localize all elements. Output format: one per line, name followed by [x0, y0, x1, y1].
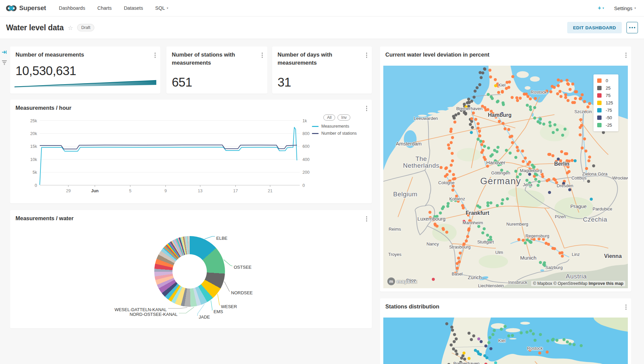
station-dot[interactable] — [486, 204, 489, 207]
station-dot[interactable] — [450, 141, 453, 144]
station-dot[interactable] — [509, 152, 512, 155]
legend-entry[interactable]: Number of stations — [312, 131, 368, 136]
station-dot[interactable] — [483, 68, 486, 71]
station-dot[interactable] — [511, 96, 514, 99]
card-menu-kebab-icon[interactable] — [153, 51, 157, 59]
station-dot[interactable] — [450, 343, 453, 346]
new-item-button[interactable]: + ▾ — [598, 5, 604, 11]
legend-item[interactable]: -50 — [597, 115, 613, 120]
favorite-star-icon[interactable]: ☆ — [68, 24, 73, 31]
station-dot[interactable] — [489, 347, 492, 350]
station-dot[interactable] — [547, 243, 550, 246]
station-dot[interactable] — [486, 201, 489, 204]
station-dot[interactable] — [585, 167, 588, 170]
mapbox-logo[interactable]: m mapbox — [387, 277, 417, 285]
station-dot[interactable] — [450, 164, 453, 167]
station-dot[interactable] — [579, 126, 582, 129]
station-dot[interactable] — [483, 227, 486, 230]
improve-map-link[interactable]: Improve this map — [589, 281, 624, 286]
station-dot[interactable] — [449, 130, 452, 133]
station-dot[interactable] — [478, 134, 481, 137]
station-dot[interactable] — [549, 124, 552, 127]
station-dot[interactable] — [494, 361, 497, 364]
station-dot[interactable] — [560, 251, 564, 254]
station-dot[interactable] — [488, 69, 491, 72]
station-dot[interactable] — [508, 80, 511, 84]
expand-filter-bar-icon[interactable] — [2, 50, 7, 56]
station-dot[interactable] — [496, 100, 499, 103]
donut-chart[interactable] — [154, 236, 225, 307]
station-dot[interactable] — [511, 75, 514, 78]
card-menu-kebab-icon[interactable] — [365, 51, 369, 59]
station-dot[interactable] — [484, 344, 487, 348]
legend-item[interactable]: -75 — [597, 108, 613, 113]
station-dot[interactable] — [480, 340, 483, 343]
edit-dashboard-button[interactable]: EDIT DASHBOARD — [567, 22, 622, 33]
station-dot[interactable] — [486, 108, 489, 111]
station-dot[interactable] — [470, 131, 473, 134]
station-dot[interactable] — [561, 255, 564, 258]
station-dot[interactable] — [445, 322, 448, 325]
station-dot[interactable] — [451, 136, 454, 139]
station-dot[interactable] — [478, 83, 481, 86]
legend-entry[interactable]: Measurements — [312, 124, 368, 129]
station-dot[interactable] — [487, 341, 490, 344]
station-dot[interactable] — [445, 231, 448, 234]
superset-logo[interactable]: Superset — [6, 4, 46, 12]
station-dot[interactable] — [464, 112, 467, 115]
station-dot[interactable] — [500, 328, 503, 331]
station-dot[interactable] — [480, 76, 483, 79]
station-dot[interactable] — [447, 143, 450, 146]
station-dot[interactable] — [468, 332, 471, 335]
station-dot[interactable] — [538, 352, 541, 355]
station-dot[interactable] — [526, 95, 529, 98]
station-dot[interactable] — [470, 338, 473, 341]
legend-item[interactable]: 0 — [597, 78, 613, 83]
station-dot[interactable] — [526, 163, 529, 166]
station-dot[interactable] — [456, 262, 459, 265]
station-dot[interactable] — [522, 239, 525, 242]
station-dot[interactable] — [511, 141, 514, 144]
station-dot[interactable] — [568, 188, 571, 191]
station-dot[interactable] — [555, 339, 558, 342]
station-dot[interactable] — [590, 198, 593, 201]
nav-item-datasets[interactable]: Datasets — [124, 5, 143, 11]
station-dot[interactable] — [456, 267, 459, 270]
station-dot[interactable] — [485, 356, 488, 359]
station-dot[interactable] — [548, 121, 551, 124]
station-dot[interactable] — [494, 78, 497, 81]
station-dot[interactable] — [592, 164, 595, 167]
station-dot[interactable] — [580, 344, 583, 347]
dashboard-more-button[interactable] — [626, 22, 638, 33]
station-dot[interactable] — [552, 131, 555, 134]
station-dot[interactable] — [519, 173, 522, 176]
station-dot[interactable] — [465, 239, 468, 242]
station-dot[interactable] — [588, 102, 591, 105]
station-dot[interactable] — [452, 173, 455, 176]
station-dot[interactable] — [574, 97, 577, 100]
station-dot[interactable] — [474, 90, 477, 93]
station-dot[interactable] — [524, 241, 527, 244]
deviation-map[interactable]: LeeuwardenAmsterdamThe NetherlandsBelgiu… — [383, 66, 628, 288]
station-dot[interactable] — [501, 202, 504, 205]
station-dot[interactable] — [528, 173, 531, 176]
station-dot[interactable] — [470, 117, 473, 120]
station-dot[interactable] — [517, 238, 520, 241]
station-dot[interactable] — [453, 121, 456, 124]
station-dot[interactable] — [575, 90, 578, 93]
station-dot[interactable] — [569, 342, 572, 345]
station-dot[interactable] — [496, 146, 500, 149]
station-dot[interactable] — [462, 352, 465, 355]
station-dot[interactable] — [529, 97, 532, 100]
legend-item[interactable]: 125 — [597, 100, 613, 105]
station-dot[interactable] — [559, 95, 562, 98]
station-dot[interactable] — [493, 329, 496, 332]
station-dot[interactable] — [583, 137, 586, 140]
nav-item-sql[interactable]: SQL▾ — [155, 5, 168, 11]
station-dot[interactable] — [486, 234, 489, 237]
card-menu-kebab-icon[interactable] — [365, 215, 369, 223]
station-dot[interactable] — [505, 149, 508, 152]
station-dot[interactable] — [579, 118, 582, 121]
station-dot[interactable] — [514, 170, 517, 173]
station-dot[interactable] — [553, 123, 556, 126]
